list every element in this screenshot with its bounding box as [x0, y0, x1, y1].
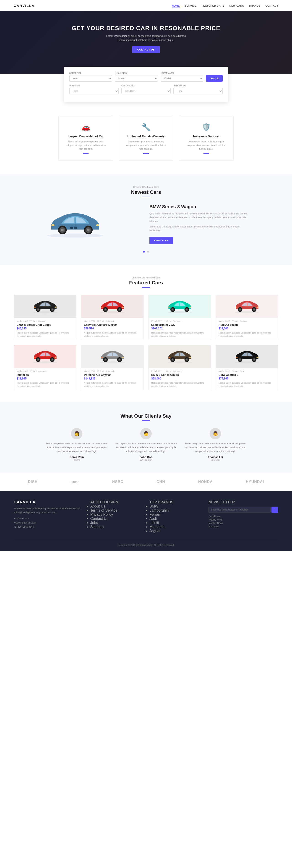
- newest-label: Checkout the Latest Cars: [14, 186, 278, 188]
- brand-logo: HSBC: [112, 480, 123, 484]
- svg-point-81: [253, 359, 255, 360]
- brand-logo: HONDA: [198, 480, 213, 484]
- feature-icon: 🚗: [64, 123, 107, 131]
- svg-point-6: [87, 228, 90, 231]
- footer-phone: +1 (800) 2569-4545: [14, 525, 83, 529]
- footer-about-link[interactable]: Contact Us: [90, 517, 143, 521]
- car-card[interactable]: Model: 2017 22.0 mi SUV BMW Xseries-8 $7…: [216, 345, 278, 390]
- nav-link-featured-cars[interactable]: FEATURED CARS: [202, 4, 224, 7]
- car-year: Model: 2017: [17, 370, 28, 372]
- price-select[interactable]: Price: [173, 88, 223, 94]
- copyright: Copyright © 2019 Company Name. All Right…: [118, 544, 175, 546]
- footer-about-link[interactable]: Privacy Policy: [90, 513, 143, 517]
- svg-point-78: [239, 359, 241, 360]
- newsletter-sub-link[interactable]: Weekly News: [209, 519, 278, 521]
- car-name: Lamborghini VS20: [151, 323, 208, 327]
- svg-point-45: [253, 309, 255, 310]
- featured-section: Checkout the Featured Cars Featured Cars…: [0, 265, 292, 402]
- testimonial-text: Sed ut perspiciatis unde omnis iste natu…: [114, 442, 178, 453]
- dot-2[interactable]: [147, 251, 149, 253]
- feature-card: 🔧 Unlimited Repair Warrenty Nemo enim ip…: [119, 116, 173, 161]
- car-card[interactable]: Model: 2017 22.0 mi Automatic Chevrolet …: [81, 294, 144, 340]
- model-select[interactable]: Model: [160, 75, 204, 82]
- car-name: BMW 5 Series Gran Coupe: [17, 323, 73, 327]
- footer-email: info@mail.com: [14, 517, 83, 521]
- newsletter-sub-link[interactable]: Monthly News: [209, 522, 278, 524]
- svg-point-55: [54, 356, 57, 358]
- footer-brand-link[interactable]: Mercedes: [149, 525, 202, 529]
- search-row-2: Body Style Style Car Condition Condition…: [69, 84, 223, 94]
- testimonials-section: What Our Clients Say 👩 Sed ut perspiciat…: [0, 402, 292, 473]
- car-card-body: Model: 2017 22.0 mi Automatic Chevrolet …: [81, 318, 144, 340]
- feature-link[interactable]: [204, 153, 209, 154]
- car-card-image: [14, 295, 76, 318]
- svg-point-3: [61, 228, 64, 231]
- newsletter-sub-links: Daily NewsWeekly NewsMonthly NewsYour Ne…: [209, 515, 278, 528]
- nav-link-brands[interactable]: BRANDS: [249, 4, 260, 7]
- footer-brands-title: TOP BRANDS: [149, 500, 202, 504]
- car-card[interactable]: Model: 2017 20.0 mi Saloon Audi A3 Sedan…: [216, 294, 278, 340]
- footer-brand-link[interactable]: Infiniti: [149, 521, 202, 525]
- car-card[interactable]: Model: 2017 20.0 mi Automatic Infiniti Z…: [14, 345, 76, 390]
- footer-brand-link[interactable]: Audi: [149, 517, 202, 521]
- footer-about: CARVILLA Nemo enim ipsam voluptatem quia…: [14, 500, 83, 533]
- feature-card: 🛡️ Insurance Support Nemo enim ipsam vol…: [179, 116, 233, 161]
- condition-field: Car Condition Condition: [121, 84, 171, 94]
- nav-links: HOMESERVICEFEATURED CARSNEW CARSBRANDSCO…: [172, 3, 278, 7]
- svg-point-56: [34, 356, 36, 358]
- newest-divider: [142, 196, 150, 197]
- testimonial-card: 👩 Sed ut perspiciatis unde omnis iste na…: [45, 428, 109, 461]
- footer-newsletter-col: NEWS LETTER → Daily NewsWeekly NewsMonth…: [209, 500, 278, 533]
- newsletter-input[interactable]: [209, 506, 270, 513]
- car-card-image: [216, 295, 278, 318]
- year-select[interactable]: Year: [69, 75, 112, 82]
- make-select[interactable]: Make: [115, 75, 158, 82]
- contact-us-button[interactable]: Contact Us: [132, 46, 160, 53]
- view-details-button[interactable]: View Details: [149, 237, 173, 244]
- car-price: $33,965: [17, 377, 73, 380]
- car-card[interactable]: Model: 2017 15.0 mi Automatic Porsche 71…: [81, 345, 144, 390]
- newsletter-sub-link[interactable]: Your News: [209, 525, 278, 528]
- car-card-image: [81, 295, 144, 318]
- nav-link-service[interactable]: SERVICE: [185, 4, 197, 7]
- feature-link[interactable]: [83, 153, 88, 154]
- nav-link-new-cars[interactable]: NEW CARS: [229, 4, 244, 7]
- dot-1[interactable]: [143, 251, 145, 253]
- car-card-body: Model: 2017 15.0 mi Automatic Porsche 71…: [81, 368, 144, 390]
- model-label: Select Model: [160, 72, 204, 74]
- car-card[interactable]: Model: 2017 23.0 mi Saloon BMW 5 Series …: [14, 294, 76, 340]
- car-card[interactable]: Model: 2017 10.0 mi Automatic Lamborghin…: [148, 294, 211, 340]
- feature-link[interactable]: [143, 153, 149, 154]
- footer-about-link[interactable]: About Us: [90, 504, 143, 508]
- hero-section: GET YOUR DESIRED CAR IN RESONABLE PRICE …: [0, 11, 292, 73]
- footer-brand-link[interactable]: Lamborghini: [149, 508, 202, 513]
- testimonials-divider: [142, 421, 150, 421]
- body-select[interactable]: Style: [69, 88, 119, 94]
- car-name: Audi A3 Sedan: [219, 323, 275, 327]
- feature-title: Unlimited Repair Warrenty: [124, 135, 168, 138]
- footer-about-link[interactable]: Sitemap: [90, 525, 143, 529]
- car-name: Chevrolet Camaro MM/20: [84, 323, 141, 327]
- body-label: Body Style: [69, 84, 119, 87]
- nav-link-home[interactable]: HOME: [172, 4, 180, 8]
- car-description: Nequis autem quia repe voluptatem quae a…: [84, 381, 141, 388]
- search-button[interactable]: Search: [206, 75, 223, 82]
- footer-brand-link[interactable]: Jaguar: [149, 529, 202, 533]
- nav-link-contact[interactable]: CONTACT: [265, 4, 278, 7]
- newsletter-button[interactable]: →: [271, 506, 278, 513]
- footer-brand-link[interactable]: BMW: [149, 504, 202, 508]
- footer-about-link[interactable]: Terms of Service: [90, 508, 143, 513]
- footer-about-link[interactable]: Jobs: [90, 521, 143, 525]
- svg-point-83: [236, 356, 238, 358]
- site-logo[interactable]: CARVILLA: [14, 4, 35, 7]
- newest-content: BMW Series-3 Wagon Quis autem vel eum iu…: [43, 204, 249, 244]
- car-description: Nequis autem quia repe voluptatem quae a…: [219, 332, 275, 338]
- car-card[interactable]: Model: 2017 18.0 mi Automatic BMW 8-Seri…: [148, 345, 211, 390]
- newsletter-sub-link[interactable]: Daily News: [209, 515, 278, 518]
- svg-point-19: [54, 307, 57, 308]
- testimonial-name: John Doe: [114, 456, 178, 459]
- condition-select[interactable]: Condition: [121, 88, 171, 94]
- footer-brand-link[interactable]: Ferrari: [149, 513, 202, 517]
- condition-label: Car Condition: [121, 84, 171, 87]
- car-miles: 15.0 mi: [97, 370, 104, 372]
